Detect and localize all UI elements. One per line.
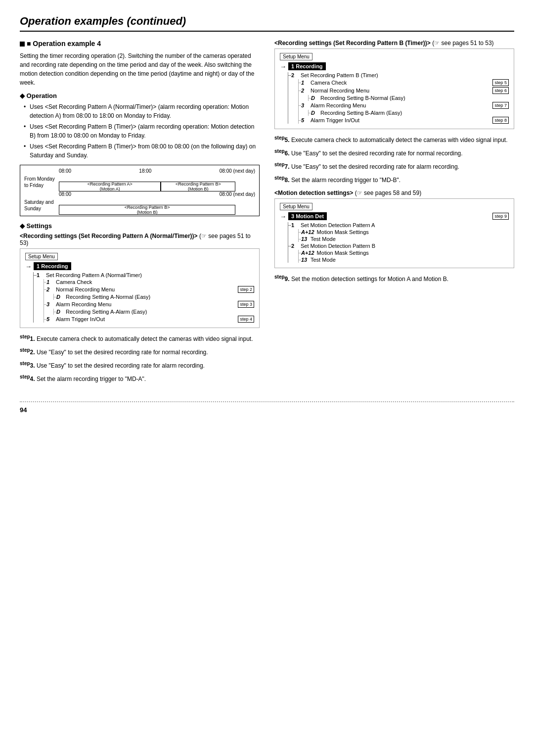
diag-c-patB-sub: A+12 Motion Mask Settings 13 Test Mode [298,250,509,263]
diag-b-normal-rec-sub: D Recording Setting B-Normal (Easy) [308,95,509,101]
diag-b-sub: 2 Set Recording Pattern B (Timer) 1 Came… [288,72,509,124]
time-0800-2: 08:00 [59,191,71,197]
diag-b-alarm-rec-sub: D Recording Setting B-Alarm (Easy) [308,110,509,116]
diag-b-alarm-easy: D Recording Setting B-Alarm (Easy) [311,110,509,116]
diag-c-patB-mask: A+12 Motion Mask Settings [301,250,509,256]
diag-c-patA-mask: A+12 Motion Mask Settings [301,229,509,235]
diag-b-setup-menu: Setup Menu [280,53,312,60]
step2: step2. Use "Easy" to set the desired rec… [20,346,260,357]
time-0800-1: 08:00 [59,168,71,174]
step-badge-2: step 2 [238,286,254,293]
diag-a-alarm-easy: D Recording Setting A-Alarm (Easy) [56,309,254,315]
page-number: 94 [20,406,27,414]
bar-pattern-a: <Recording Pattern A>(Motion A) [59,182,161,191]
left-column: ■ Operation example 4 Setting the timer … [20,40,260,386]
operation-item-1: Uses <Set Recording Pattern A (Normal/Ti… [24,102,260,120]
diag-b-recording-badge: 1 Recording [288,62,326,70]
diag-c-patA-test: 13 Test Mode [301,236,509,242]
diag-c-patB: 2 Set Motion Detection Pattern B [291,243,509,249]
diag-a-item1: 1 Set Recording Pattern A (Normal/Timer) [37,272,254,278]
diag-a-arrow: → [25,263,32,270]
time-next-day-1: 08:00 (next day) [220,168,255,174]
time-1800: 18:00 [71,168,220,174]
diag-c-sub: 1 Set Motion Detection Pattern A A+12 Mo… [288,222,509,263]
diag-c-setup-menu: Setup Menu [280,203,312,210]
diag-a-alarm-trigger: 5 Alarm Trigger In/Out step 4 [46,316,254,323]
diag-a-sub1: 1 Camera Check 2 Normal Recording Menu s… [44,279,254,323]
page-title: Operation examples (continued) [20,15,514,32]
bar-pattern-b2: <Recording Pattern B>(Motion B) [59,205,235,215]
diag-c-patB-test: 13 Test Mode [301,257,509,263]
timeline-diagram: 08:00 18:00 08:00 (next day) From Monday… [20,165,260,216]
diagram-a: Setup Menu → 1 Recording 1 Set Recording… [20,248,260,328]
right-column: <Recording settings (Set Recording Patte… [274,40,514,386]
diag-a-heading: <Recording settings (Set Recording Patte… [20,233,260,246]
step9: step9. Set the motion detection settings… [274,273,514,284]
diag-a-setup-menu: Setup Menu [25,253,58,260]
step6: step6. Use "Easy" to set the desired rec… [274,147,514,158]
step-badge-8: step 8 [492,117,509,124]
step-badge-9: step 9 [492,213,509,220]
intro-text: Setting the timer recording operation (2… [20,51,260,87]
operation-list: Uses <Set Recording Pattern A (Normal/Ti… [20,102,260,160]
step8: step8. Set the alarm recording trigger t… [274,174,514,185]
diag-a-normal-rec-menu: 2 Normal Recording Menu step 2 [46,286,254,293]
step5: step5. Execute camera check to automatic… [274,134,514,144]
diag-b-item1: 2 Set Recording Pattern B (Timer) [291,72,509,78]
step4: step4. Set the alarm recording trigger t… [20,373,260,383]
diag-c-patA-sub: A+12 Motion Mask Settings 13 Test Mode [298,229,509,242]
time-next-day-2: 08:00 (next day) [71,191,255,197]
operation-item-2: Uses <Set Recording Pattern B (Timer)> (… [24,122,260,140]
diagram-c: Setup Menu → 3 Motion Det step 9 1 Set M… [274,198,514,268]
step-badge-6: step 6 [492,87,509,94]
diag-c-arrow: → [280,213,286,220]
step-badge-7: step 7 [492,102,509,109]
page-footer: 94 [20,401,514,414]
diag-c-motion-badge: 3 Motion Det [288,212,327,220]
operation-item-3: Uses <Set Recording Pattern B (Timer)> f… [24,142,260,160]
step7: step7. Use "Easy" to set the desired rec… [274,161,514,171]
diag-b-normal-rec-menu: 2 Normal Recording Menu step 6 [301,87,509,94]
diag-a-sub: 1 Set Recording Pattern A (Normal/Timer)… [33,272,254,323]
diag-a-recording-badge: 1 Recording [34,262,71,270]
diagram-b: Setup Menu → 1 Recording 2 Set Recording… [274,48,514,129]
step-badge-5: step 5 [492,79,509,86]
motion-heading: <Motion detection settings> (☞ see pages… [274,189,514,196]
step3: step3. Use "Easy" to set the desired rec… [20,360,260,370]
timeline-label-weekend: Saturday and Sunday [24,199,59,212]
diag-b-camera-check: 1 Camera Check step 5 [301,79,509,86]
diag-b-arrow: → [280,63,286,70]
black-square-icon [20,42,25,47]
diag-c-patA: 1 Set Motion Detection Pattern A [291,222,509,228]
diag-b-alarm-rec-menu: 3 Alarm Recording Menu step 7 [301,102,509,109]
diag-b-alarm-trigger: 5 Alarm Trigger In/Out step 8 [301,117,509,124]
operation-heading: ◆ Operation [20,92,260,99]
bar-pattern-b: <Recording Pattern B>(Motion B) [161,182,235,191]
step1: step1. Execute camera check to automatic… [20,333,260,343]
timeline-label-weekday: From Monday to Friday [24,176,59,189]
operation-example-heading: ■ Operation example 4 [20,40,260,47]
diag-b-sub1: 1 Camera Check step 5 2 Normal Recording… [298,79,509,124]
diag-a-alarm-rec-sub: D Recording Setting A-Alarm (Easy) [53,309,254,315]
diag-b-normal-easy: D Recording Setting B-Normal (Easy) [311,95,509,101]
diag-a-normal-easy: D Recording Setting A-Normal (Easy) [56,294,254,300]
settings-heading: ◆ Settings [20,222,260,230]
diag-b-heading: <Recording settings (Set Recording Patte… [274,40,514,47]
diag-a-normal-rec-sub: D Recording Setting A-Normal (Easy) [53,294,254,300]
diag-a-camera-check: 1 Camera Check [46,279,254,285]
step-badge-4: step 4 [238,316,254,323]
diag-a-alarm-rec-menu: 3 Alarm Recording Menu step 3 [46,301,254,308]
step-badge-3: step 3 [238,301,254,308]
